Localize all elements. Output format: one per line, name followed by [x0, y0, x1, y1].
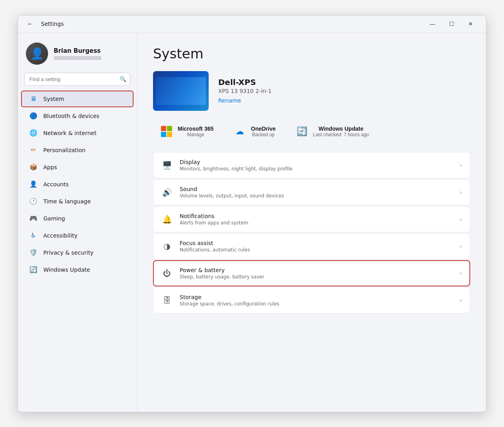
titlebar: ← Settings — ☐ ✕: [18, 15, 486, 33]
back-button[interactable]: ←: [24, 18, 36, 30]
sidebar-item-gaming[interactable]: 🎮 Gaming: [21, 210, 134, 227]
sidebar-item-accessibility[interactable]: ♿ Accessibility: [21, 227, 134, 244]
user-name: Brian Burgess: [54, 47, 129, 54]
sidebar-item-privacy[interactable]: 🛡️ Privacy & security: [21, 244, 134, 261]
sound-label: Sound: [180, 186, 452, 192]
storage-desc: Storage space, drives, configuration rul…: [180, 301, 452, 307]
settings-item-notifications[interactable]: 🔔 Notifications Alerts from apps and sys…: [153, 206, 470, 232]
sidebar-label-personalization: Personalization: [43, 147, 85, 153]
update-icon: 🔄: [29, 265, 38, 274]
storage-text: Storage Storage space, drives, configura…: [180, 294, 452, 307]
sidebar-label-bluetooth: Bluetooth & devices: [43, 113, 99, 119]
ms365-link[interactable]: Microsoft 365 Manage: [153, 120, 220, 143]
window-controls: — ☐ ✕: [423, 17, 480, 30]
winupdate-sub: Last checked: 7 hours ago: [313, 132, 369, 137]
device-info: Dell-XPS XPS 13 9310 2-in-1 Rename: [218, 77, 271, 104]
storage-label: Storage: [180, 294, 452, 300]
notifications-icon: 🔔: [161, 214, 173, 225]
focus-icon: ◑: [161, 241, 173, 252]
nav-list: 🖥 System 🔵 Bluetooth & devices 🌐 Network…: [18, 91, 137, 278]
display-label: Display: [180, 159, 452, 165]
sidebar-label-system: System: [43, 96, 64, 102]
minimize-button[interactable]: —: [423, 17, 442, 30]
gaming-icon: 🎮: [29, 214, 38, 223]
ms365-sub: Manage: [178, 132, 213, 137]
main-content: System Dell-XPS XPS 13 9310 2-in-1 Renam…: [137, 33, 486, 412]
search-icon: 🔍: [120, 76, 126, 82]
ms365-icon: [159, 124, 174, 139]
ms365-text: Microsoft 365 Manage: [178, 126, 213, 137]
onedrive-label: OneDrive: [251, 126, 275, 132]
winupdate-label: Windows Update: [313, 126, 369, 132]
sidebar-label-update: Windows Update: [43, 267, 90, 273]
sidebar-label-network: Network & internet: [43, 130, 97, 136]
settings-window: ← Settings — ☐ ✕ 👤 Brian Burgess 🔍: [17, 15, 487, 412]
user-section: 👤 Brian Burgess: [18, 38, 137, 73]
sidebar-item-system[interactable]: 🖥 System: [21, 91, 134, 107]
power-chevron: ›: [459, 270, 462, 276]
privacy-icon: 🛡️: [29, 248, 38, 257]
settings-list: 🖥️ Display Monitors, brightness, night l…: [153, 152, 470, 313]
sidebar-item-personalization[interactable]: ✏️ Personalization: [21, 142, 134, 158]
sound-chevron: ›: [459, 189, 462, 195]
sidebar-item-time[interactable]: 🕐 Time & language: [21, 193, 134, 210]
winupdate-icon: 🔄: [295, 124, 309, 139]
storage-icon: 🗄: [161, 295, 173, 306]
sound-desc: Volume levels, output, input, sound devi…: [180, 193, 452, 199]
device-card: Dell-XPS XPS 13 9310 2-in-1 Rename: [153, 71, 470, 111]
user-info: Brian Burgess: [54, 47, 129, 60]
sidebar-label-gaming: Gaming: [43, 215, 65, 222]
ms365-label: Microsoft 365: [178, 126, 213, 132]
system-icon: 🖥: [29, 95, 38, 103]
storage-chevron: ›: [459, 297, 462, 303]
sidebar: 👤 Brian Burgess 🔍 🖥 System 🔵: [18, 33, 137, 412]
settings-item-display[interactable]: 🖥️ Display Monitors, brightness, night l…: [153, 152, 470, 178]
notifications-chevron: ›: [459, 216, 462, 222]
display-icon: 🖥️: [161, 160, 173, 171]
power-desc: Sleep, battery usage, battery saver: [180, 274, 452, 280]
page-title: System: [153, 46, 470, 62]
network-icon: 🌐: [29, 129, 38, 137]
notifications-desc: Alerts from apps and system: [180, 220, 452, 226]
sidebar-item-network[interactable]: 🌐 Network & internet: [21, 125, 134, 141]
settings-item-storage[interactable]: 🗄 Storage Storage space, drives, configu…: [153, 287, 470, 313]
device-thumbnail-inner: [156, 77, 206, 105]
apps-icon: 📦: [29, 163, 38, 172]
winupdate-link[interactable]: 🔄 Windows Update Last checked: 7 hours a…: [289, 120, 376, 143]
onedrive-text: OneDrive Backed up: [251, 126, 275, 137]
focus-text: Focus assist Notifications, automatic ru…: [180, 240, 452, 253]
onedrive-sub: Backed up: [251, 132, 275, 137]
accessibility-icon: ♿: [29, 231, 38, 240]
sidebar-item-bluetooth[interactable]: 🔵 Bluetooth & devices: [21, 108, 134, 124]
power-icon: ⏻: [161, 268, 173, 279]
content-area: 👤 Brian Burgess 🔍 🖥 System 🔵: [18, 33, 486, 412]
device-thumbnail: [153, 71, 209, 111]
search-box: 🔍: [24, 73, 130, 86]
avatar: 👤: [26, 43, 48, 65]
device-model: XPS 13 9310 2-in-1: [218, 88, 271, 94]
display-text: Display Monitors, brightness, night ligh…: [180, 159, 452, 172]
search-input[interactable]: [24, 73, 130, 86]
bluetooth-icon: 🔵: [29, 112, 38, 120]
titlebar-title: Settings: [41, 21, 423, 27]
onedrive-link[interactable]: ☁ OneDrive Backed up: [226, 120, 282, 143]
sidebar-item-accounts[interactable]: 👤 Accounts: [21, 176, 134, 193]
settings-item-power[interactable]: ⏻ Power & battery Sleep, battery usage, …: [153, 260, 470, 286]
user-subtitle: [54, 56, 101, 60]
close-button[interactable]: ✕: [461, 17, 480, 30]
sidebar-label-accessibility: Accessibility: [43, 232, 78, 239]
sidebar-label-time: Time & language: [43, 198, 91, 205]
focus-desc: Notifications, automatic rules: [180, 247, 452, 253]
sidebar-item-apps[interactable]: 📦 Apps: [21, 159, 134, 176]
settings-item-sound[interactable]: 🔊 Sound Volume levels, output, input, so…: [153, 179, 470, 205]
sidebar-label-accounts: Accounts: [43, 181, 69, 187]
sidebar-label-apps: Apps: [43, 164, 57, 170]
winupdate-text: Windows Update Last checked: 7 hours ago: [313, 126, 369, 137]
rename-link[interactable]: Rename: [218, 97, 241, 104]
settings-item-focus[interactable]: ◑ Focus assist Notifications, automatic …: [153, 233, 470, 259]
display-chevron: ›: [459, 162, 462, 168]
maximize-button[interactable]: ☐: [442, 17, 461, 30]
device-name: Dell-XPS: [218, 77, 271, 87]
sidebar-item-update[interactable]: 🔄 Windows Update: [21, 261, 134, 278]
sound-icon: 🔊: [161, 187, 173, 198]
